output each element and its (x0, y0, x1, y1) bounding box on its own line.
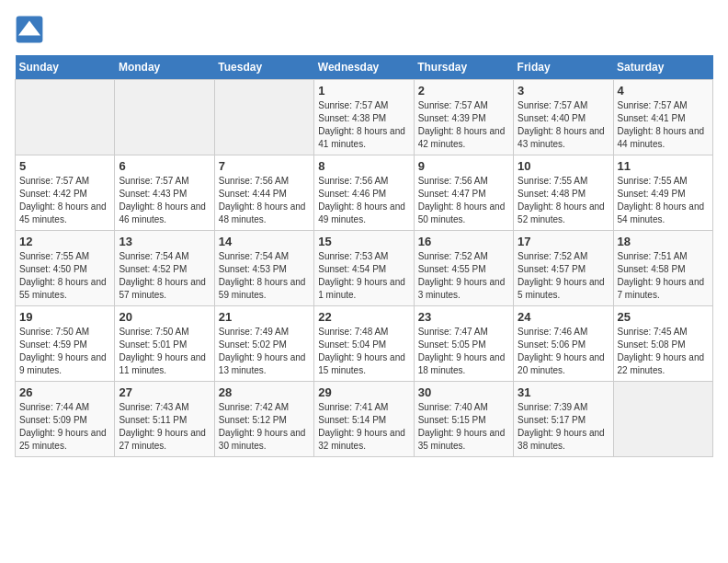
calendar-cell: 6Sunrise: 7:57 AM Sunset: 4:43 PM Daylig… (115, 155, 214, 231)
day-info: Sunrise: 7:56 AM Sunset: 4:47 PM Dayligh… (418, 175, 509, 226)
calendar-cell: 19Sunrise: 7:50 AM Sunset: 4:59 PM Dayli… (16, 306, 115, 382)
day-number: 22 (318, 310, 409, 324)
day-number: 8 (318, 159, 409, 173)
day-info: Sunrise: 7:52 AM Sunset: 4:57 PM Dayligh… (518, 250, 609, 302)
day-info: Sunrise: 7:39 AM Sunset: 5:17 PM Dayligh… (518, 401, 609, 453)
day-number: 6 (119, 159, 210, 173)
day-info: Sunrise: 7:50 AM Sunset: 4:59 PM Dayligh… (19, 326, 110, 377)
day-info: Sunrise: 7:55 AM Sunset: 4:50 PM Dayligh… (19, 250, 110, 302)
day-info: Sunrise: 7:57 AM Sunset: 4:41 PM Dayligh… (618, 99, 709, 151)
calendar-cell: 18Sunrise: 7:51 AM Sunset: 4:58 PM Dayli… (613, 231, 712, 306)
calendar-cell: 1Sunrise: 7:57 AM Sunset: 4:38 PM Daylig… (314, 80, 414, 155)
day-number: 14 (219, 235, 310, 248)
calendar-week-1: 5Sunrise: 7:57 AM Sunset: 4:42 PM Daylig… (16, 155, 713, 231)
day-number: 21 (219, 310, 310, 324)
calendar-cell (115, 80, 214, 155)
day-info: Sunrise: 7:53 AM Sunset: 4:54 PM Dayligh… (318, 250, 409, 302)
day-number: 2 (418, 84, 509, 98)
day-number: 23 (418, 310, 509, 324)
day-number: 12 (19, 235, 110, 248)
calendar-week-3: 19Sunrise: 7:50 AM Sunset: 4:59 PM Dayli… (16, 306, 713, 382)
day-number: 10 (518, 159, 609, 173)
calendar-cell: 9Sunrise: 7:56 AM Sunset: 4:47 PM Daylig… (414, 155, 513, 231)
calendar-cell: 28Sunrise: 7:42 AM Sunset: 5:12 PM Dayli… (214, 382, 313, 457)
calendar-cell: 27Sunrise: 7:43 AM Sunset: 5:11 PM Dayli… (115, 382, 214, 457)
day-info: Sunrise: 7:42 AM Sunset: 5:12 PM Dayligh… (219, 401, 310, 453)
calendar-cell: 15Sunrise: 7:53 AM Sunset: 4:54 PM Dayli… (314, 231, 414, 306)
calendar-cell: 17Sunrise: 7:52 AM Sunset: 4:57 PM Dayli… (514, 231, 613, 306)
day-number: 9 (418, 159, 509, 173)
day-number: 15 (318, 235, 409, 248)
calendar-cell: 2Sunrise: 7:57 AM Sunset: 4:39 PM Daylig… (414, 80, 513, 155)
calendar-cell: 16Sunrise: 7:52 AM Sunset: 4:55 PM Dayli… (414, 231, 513, 306)
day-info: Sunrise: 7:57 AM Sunset: 4:39 PM Dayligh… (418, 99, 509, 151)
day-number: 26 (19, 385, 110, 399)
day-info: Sunrise: 7:54 AM Sunset: 4:53 PM Dayligh… (219, 250, 310, 302)
calendar-cell: 25Sunrise: 7:45 AM Sunset: 5:08 PM Dayli… (613, 306, 712, 382)
day-number: 1 (318, 84, 409, 98)
calendar-cell: 31Sunrise: 7:39 AM Sunset: 5:17 PM Dayli… (514, 382, 613, 457)
calendar-header: SundayMondayTuesdayWednesdayThursdayFrid… (16, 55, 713, 80)
day-info: Sunrise: 7:50 AM Sunset: 5:01 PM Dayligh… (119, 326, 210, 377)
calendar-cell (214, 80, 313, 155)
logo (15, 15, 48, 44)
day-info: Sunrise: 7:56 AM Sunset: 4:46 PM Dayligh… (318, 175, 409, 226)
day-number: 17 (518, 235, 609, 248)
day-number: 29 (318, 385, 409, 399)
weekday-header-tuesday: Tuesday (214, 55, 313, 80)
day-number: 27 (119, 385, 210, 399)
day-number: 7 (219, 159, 310, 173)
calendar-cell: 26Sunrise: 7:44 AM Sunset: 5:09 PM Dayli… (16, 382, 115, 457)
day-info: Sunrise: 7:57 AM Sunset: 4:42 PM Dayligh… (19, 175, 110, 226)
day-number: 5 (19, 159, 110, 173)
calendar-cell: 23Sunrise: 7:47 AM Sunset: 5:05 PM Dayli… (414, 306, 513, 382)
weekday-header-sunday: Sunday (16, 55, 115, 80)
day-info: Sunrise: 7:57 AM Sunset: 4:43 PM Dayligh… (119, 175, 210, 226)
day-info: Sunrise: 7:55 AM Sunset: 4:49 PM Dayligh… (618, 175, 709, 226)
calendar-cell: 10Sunrise: 7:55 AM Sunset: 4:48 PM Dayli… (514, 155, 613, 231)
day-info: Sunrise: 7:56 AM Sunset: 4:44 PM Dayligh… (219, 175, 310, 226)
day-info: Sunrise: 7:51 AM Sunset: 4:58 PM Dayligh… (618, 250, 709, 302)
calendar-week-2: 12Sunrise: 7:55 AM Sunset: 4:50 PM Dayli… (16, 231, 713, 306)
calendar-cell: 8Sunrise: 7:56 AM Sunset: 4:46 PM Daylig… (314, 155, 414, 231)
day-info: Sunrise: 7:52 AM Sunset: 4:55 PM Dayligh… (418, 250, 509, 302)
day-number: 16 (418, 235, 509, 248)
calendar-cell: 11Sunrise: 7:55 AM Sunset: 4:49 PM Dayli… (613, 155, 712, 231)
calendar-cell (16, 80, 115, 155)
day-info: Sunrise: 7:54 AM Sunset: 4:52 PM Dayligh… (119, 250, 210, 302)
weekday-header-friday: Friday (514, 55, 613, 80)
day-number: 24 (518, 310, 609, 324)
calendar-week-0: 1Sunrise: 7:57 AM Sunset: 4:38 PM Daylig… (16, 80, 713, 155)
day-info: Sunrise: 7:41 AM Sunset: 5:14 PM Dayligh… (318, 401, 409, 453)
weekday-header-wednesday: Wednesday (314, 55, 414, 80)
weekday-header-thursday: Thursday (414, 55, 513, 80)
day-number: 18 (618, 235, 709, 248)
weekday-header-monday: Monday (115, 55, 214, 80)
day-info: Sunrise: 7:55 AM Sunset: 4:48 PM Dayligh… (518, 175, 609, 226)
day-number: 31 (518, 385, 609, 399)
calendar-cell: 21Sunrise: 7:49 AM Sunset: 5:02 PM Dayli… (214, 306, 313, 382)
calendar-cell: 30Sunrise: 7:40 AM Sunset: 5:15 PM Dayli… (414, 382, 513, 457)
weekday-header-saturday: Saturday (613, 55, 712, 80)
day-info: Sunrise: 7:57 AM Sunset: 4:38 PM Dayligh… (318, 99, 409, 151)
page-header (15, 15, 713, 44)
day-info: Sunrise: 7:47 AM Sunset: 5:05 PM Dayligh… (418, 326, 509, 377)
day-info: Sunrise: 7:49 AM Sunset: 5:02 PM Dayligh… (219, 326, 310, 377)
day-info: Sunrise: 7:45 AM Sunset: 5:08 PM Dayligh… (618, 326, 709, 377)
day-info: Sunrise: 7:48 AM Sunset: 5:04 PM Dayligh… (318, 326, 409, 377)
calendar-body: 1Sunrise: 7:57 AM Sunset: 4:38 PM Daylig… (16, 80, 713, 457)
day-number: 28 (219, 385, 310, 399)
day-number: 13 (119, 235, 210, 248)
calendar-week-4: 26Sunrise: 7:44 AM Sunset: 5:09 PM Dayli… (16, 382, 713, 457)
calendar-cell: 12Sunrise: 7:55 AM Sunset: 4:50 PM Dayli… (16, 231, 115, 306)
day-number: 11 (618, 159, 709, 173)
calendar-cell: 14Sunrise: 7:54 AM Sunset: 4:53 PM Dayli… (214, 231, 313, 306)
calendar-cell: 20Sunrise: 7:50 AM Sunset: 5:01 PM Dayli… (115, 306, 214, 382)
day-number: 25 (618, 310, 709, 324)
logo-icon (15, 15, 44, 44)
calendar-cell: 5Sunrise: 7:57 AM Sunset: 4:42 PM Daylig… (16, 155, 115, 231)
calendar-cell: 13Sunrise: 7:54 AM Sunset: 4:52 PM Dayli… (115, 231, 214, 306)
weekday-row: SundayMondayTuesdayWednesdayThursdayFrid… (16, 55, 713, 80)
day-number: 30 (418, 385, 509, 399)
day-info: Sunrise: 7:43 AM Sunset: 5:11 PM Dayligh… (119, 401, 210, 453)
